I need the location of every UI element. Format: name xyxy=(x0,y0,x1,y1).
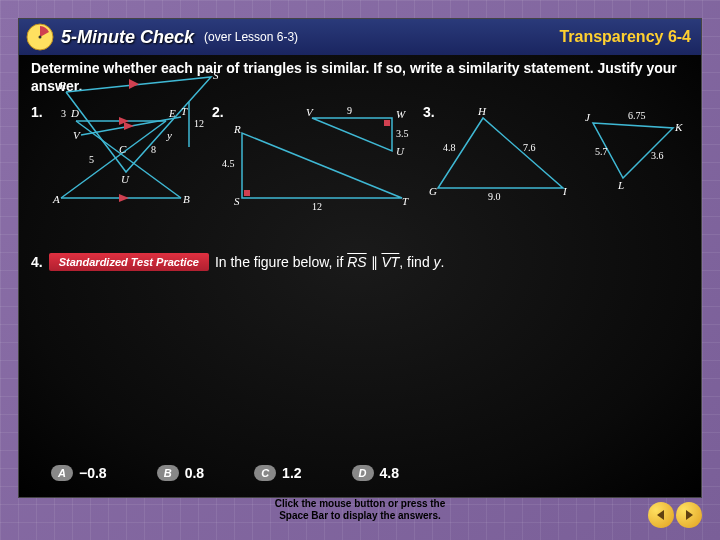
choice-a-value: −0.8 xyxy=(79,465,107,481)
svg-text:V: V xyxy=(73,129,81,141)
svg-marker-55 xyxy=(657,510,664,520)
svg-text:y: y xyxy=(166,129,172,141)
svg-text:W: W xyxy=(396,108,406,120)
svg-point-1 xyxy=(39,36,42,39)
svg-marker-15 xyxy=(242,133,402,198)
choice-b-value: 0.8 xyxy=(185,465,204,481)
problem-4-number: 4. xyxy=(31,254,43,270)
svg-text:U: U xyxy=(121,173,130,185)
problem-4-diagram: R S T V U 3 5 8 12 y xyxy=(51,67,241,187)
svg-text:L: L xyxy=(617,179,624,191)
svg-text:7.6: 7.6 xyxy=(523,142,536,153)
nav-buttons xyxy=(648,502,702,528)
svg-text:R: R xyxy=(58,79,66,91)
choice-a-badge: A xyxy=(51,465,73,481)
svg-text:K: K xyxy=(674,121,683,133)
svg-text:12: 12 xyxy=(312,201,322,212)
svg-text:6.75: 6.75 xyxy=(628,110,646,121)
svg-rect-16 xyxy=(244,190,250,196)
svg-text:12: 12 xyxy=(194,118,204,129)
svg-text:5.7: 5.7 xyxy=(595,146,608,157)
header-transparency: Transparency 6-4 xyxy=(559,28,691,46)
svg-text:G: G xyxy=(429,185,437,197)
choice-a[interactable]: A −0.8 xyxy=(51,465,107,481)
next-button[interactable] xyxy=(676,502,702,528)
svg-text:9.0: 9.0 xyxy=(488,191,501,202)
svg-text:J: J xyxy=(585,111,591,123)
choice-c-value: 1.2 xyxy=(282,465,301,481)
svg-text:5: 5 xyxy=(89,154,94,165)
slide-content: 5-Minute Check (over Lesson 6-3) Transpa… xyxy=(18,18,702,498)
svg-text:3.5: 3.5 xyxy=(396,128,409,139)
choice-b[interactable]: B 0.8 xyxy=(157,465,204,481)
svg-text:U: U xyxy=(396,145,405,157)
problem-4-text: In the figure below, if RS ∥ VT, find y. xyxy=(215,254,445,270)
svg-marker-43 xyxy=(124,122,134,130)
standardized-test-badge: Standardized Test Practice xyxy=(49,253,209,271)
problem-2: 2. R V W U S T 9 3.5 4.5 12 xyxy=(212,103,417,223)
svg-text:H: H xyxy=(477,105,487,117)
choice-d-badge: D xyxy=(352,465,374,481)
prev-button[interactable] xyxy=(648,502,674,528)
choice-b-badge: B xyxy=(157,465,179,481)
svg-text:T: T xyxy=(402,195,409,207)
svg-text:T: T xyxy=(181,105,188,117)
answer-choices: A −0.8 B 0.8 C 1.2 D 4.8 xyxy=(51,465,399,481)
svg-text:8: 8 xyxy=(151,144,156,155)
svg-marker-27 xyxy=(438,118,563,188)
svg-text:A: A xyxy=(52,193,60,205)
choice-c[interactable]: C 1.2 xyxy=(254,465,301,481)
svg-text:B: B xyxy=(183,193,190,205)
svg-text:I: I xyxy=(562,185,568,197)
choice-d[interactable]: D 4.8 xyxy=(352,465,399,481)
svg-marker-13 xyxy=(312,118,392,151)
svg-text:3: 3 xyxy=(61,108,66,119)
footer-instruction: Click the mouse button or press theSpace… xyxy=(0,498,720,522)
choice-d-value: 4.8 xyxy=(380,465,399,481)
svg-text:S: S xyxy=(234,195,240,207)
svg-text:4.8: 4.8 xyxy=(443,142,456,153)
svg-text:V: V xyxy=(306,106,314,118)
header-title: 5-Minute Check xyxy=(61,27,194,48)
svg-text:S: S xyxy=(213,69,219,81)
header-subtitle: (over Lesson 6-3) xyxy=(204,30,298,44)
slide-body: Determine whether each pair of triangles… xyxy=(31,59,689,489)
problem-3-diagram: H G I J K L 4.8 7.6 9.0 6.75 5.7 3.6 xyxy=(423,103,683,223)
svg-marker-56 xyxy=(686,510,693,520)
svg-text:9: 9 xyxy=(347,105,352,116)
choice-c-badge: C xyxy=(254,465,276,481)
problem-4-row: 4. Standardized Test Practice In the fig… xyxy=(31,253,689,271)
header-bar: 5-Minute Check (over Lesson 6-3) Transpa… xyxy=(19,19,701,55)
svg-text:3.6: 3.6 xyxy=(651,150,664,161)
svg-marker-7 xyxy=(119,194,129,202)
svg-marker-42 xyxy=(129,79,139,89)
clock-icon xyxy=(25,22,55,52)
svg-rect-14 xyxy=(384,120,390,126)
problem-3: 3. H G I J K L 4.8 7.6 9.0 6.75 5.7 3.6 xyxy=(423,103,683,223)
problem-2-diagram: R V W U S T 9 3.5 4.5 12 xyxy=(212,103,417,223)
